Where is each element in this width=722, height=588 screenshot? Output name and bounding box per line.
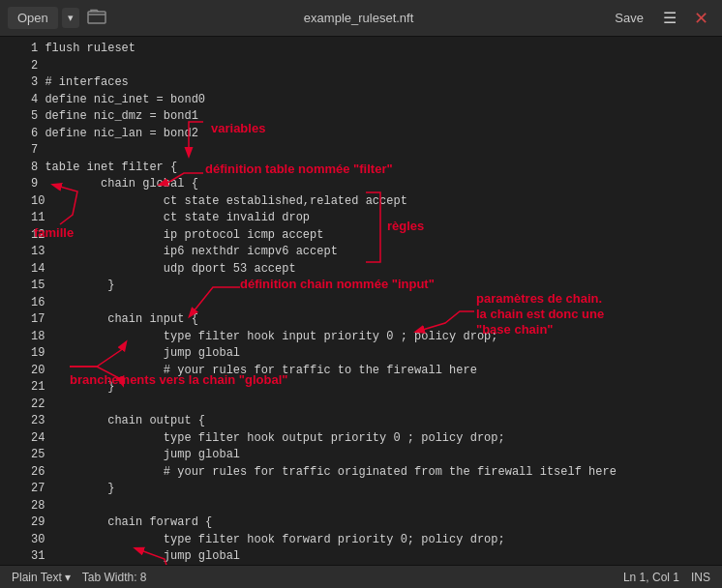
code-content[interactable]: 1 flush ruleset2 3 # interfaces4 define … xyxy=(27,37,722,565)
code-line: 1 flush ruleset xyxy=(31,41,718,58)
code-line: 20 # your rules for traffic to the firew… xyxy=(31,363,718,380)
code-line: 25 jump global xyxy=(31,447,718,464)
code-line: 10 ct state established,related accept xyxy=(31,193,718,211)
code-line: 29 chain forward { xyxy=(31,514,718,532)
title-bar-left: Open ▾ xyxy=(8,7,110,30)
code-line: 21 } xyxy=(31,379,718,397)
save-button[interactable]: Save xyxy=(607,7,651,29)
code-line: 24 type filter hook output priority 0 ; … xyxy=(31,430,718,448)
editor-area: 1 flush ruleset2 3 # interfaces4 define … xyxy=(0,37,722,565)
code-line: 2 xyxy=(31,58,718,75)
code-line: 19 jump global xyxy=(31,345,718,363)
status-bar: Plain Text ▾ Tab Width: 8 Ln 1, Col 1 IN… xyxy=(0,565,722,588)
code-line: 9 chain global { xyxy=(31,176,718,193)
code-line: 31 jump global xyxy=(31,548,718,565)
code-line: 3 # interfaces xyxy=(31,74,718,92)
line-numbers xyxy=(0,37,27,565)
svg-rect-0 xyxy=(88,12,105,23)
editor-mode: INS xyxy=(691,571,710,584)
code-line: 30 type filter hook forward priority 0; … xyxy=(31,532,718,549)
code-line: 26 # your rules for traffic originated f… xyxy=(31,464,718,482)
code-line: 8 table inet filter { xyxy=(31,160,718,177)
title-bar: Open ▾ example_ruleset.nft Save ☰ ✕ xyxy=(0,0,722,37)
code-line: 18 type filter hook input priority 0 ; p… xyxy=(31,329,718,346)
close-button[interactable]: ✕ xyxy=(688,4,714,33)
tabwidth-label[interactable]: Tab Width: 8 xyxy=(82,571,147,584)
title-bar-right: Save ☰ ✕ xyxy=(607,4,714,33)
window-title: example_ruleset.nft xyxy=(304,11,413,25)
code-line: 17 chain input { xyxy=(31,311,718,329)
filetype-selector[interactable]: Plain Text ▾ xyxy=(12,571,71,584)
status-right: Ln 1, Col 1 INS xyxy=(623,571,710,584)
code-line: 23 chain output { xyxy=(31,413,718,430)
code-line: 27 } xyxy=(31,481,718,498)
status-left: Plain Text ▾ Tab Width: 8 xyxy=(12,571,147,584)
code-line: 6 define nic_lan = bond2 xyxy=(31,126,718,143)
code-line: 12 ip protocol icmp accept xyxy=(31,227,718,245)
code-line: 11 ct state invalid drop xyxy=(31,210,718,227)
open-file-icon-button[interactable] xyxy=(83,7,110,30)
code-line: 4 define nic_inet = bond0 xyxy=(31,92,718,109)
open-button[interactable]: Open xyxy=(8,7,58,29)
code-line: 16 xyxy=(31,295,718,312)
code-line: 15 } xyxy=(31,278,718,295)
code-line: 14 udp dport 53 accept xyxy=(31,261,718,279)
code-line: 13 ip6 nexthdr icmpv6 accept xyxy=(31,244,718,261)
filetype-chevron: ▾ xyxy=(65,571,71,584)
code-line: 28 xyxy=(31,498,718,515)
open-dropdown-button[interactable]: ▾ xyxy=(62,8,79,28)
code-line: 7 xyxy=(31,142,718,160)
code-line: 22 xyxy=(31,397,718,414)
filetype-label: Plain Text xyxy=(12,571,62,584)
menu-button[interactable]: ☰ xyxy=(657,5,682,31)
code-line: 5 define nic_dmz = bond1 xyxy=(31,108,718,126)
cursor-position: Ln 1, Col 1 xyxy=(623,571,679,584)
